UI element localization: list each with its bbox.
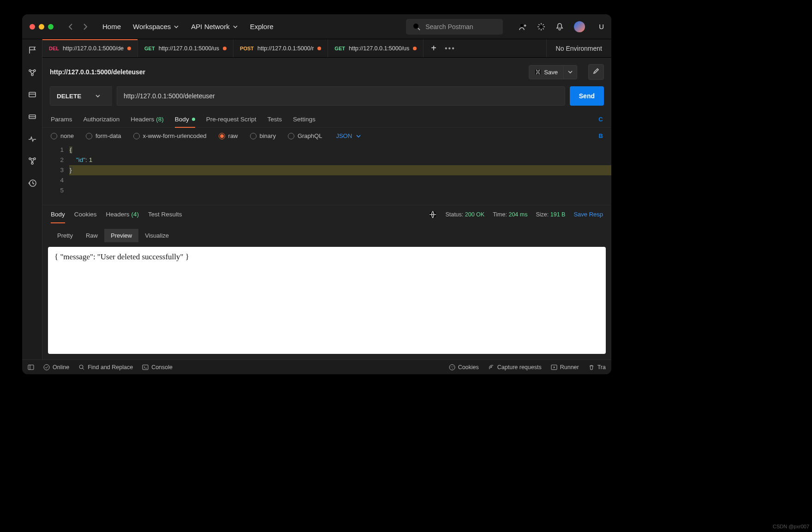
tab-method: GET <box>334 46 345 51</box>
check-circle-icon <box>43 364 50 371</box>
search-input[interactable]: Search Postman <box>406 19 503 35</box>
view-pretty[interactable]: Pretty <box>51 229 79 242</box>
status-trash[interactable]: Tra <box>588 364 606 371</box>
response-preview: { "message": "User deleted successfully"… <box>48 247 606 354</box>
svg-point-0 <box>413 24 418 29</box>
subtab-params[interactable]: Params <box>51 111 72 127</box>
subtab-authorization[interactable]: Authorization <box>84 111 120 127</box>
svg-point-5 <box>31 74 33 76</box>
chevron-down-icon <box>173 24 179 30</box>
maximize-window-icon[interactable] <box>48 24 54 30</box>
tab-4[interactable]: GET http://127.0.0.1:5000/us <box>328 39 424 57</box>
menu-home[interactable]: Home <box>102 23 121 30</box>
tabs-more-icon[interactable]: ••• <box>445 44 455 53</box>
menu-workspaces[interactable]: Workspaces <box>133 23 179 30</box>
notifications-icon[interactable] <box>555 23 564 31</box>
subtab-body[interactable]: Body <box>175 111 195 127</box>
invite-icon[interactable] <box>519 23 527 31</box>
monitors-icon[interactable] <box>28 134 37 143</box>
status-capture[interactable]: Capture requests <box>488 364 542 371</box>
share-button[interactable] <box>588 64 604 80</box>
editor-gutter: 12345 <box>42 143 69 205</box>
subtab-settings[interactable]: Settings <box>293 111 316 127</box>
response-header: Body Cookies Headers (4) Test Results St… <box>42 205 611 223</box>
console-icon <box>142 364 149 371</box>
back-icon[interactable] <box>67 23 75 30</box>
save-response-button[interactable]: Save Resp <box>573 211 603 218</box>
editor-code[interactable]: { "id": 1 } <box>69 143 611 205</box>
status-find-replace[interactable]: Find and Replace <box>78 364 133 371</box>
subtab-tests[interactable]: Tests <box>267 111 282 127</box>
tab-1[interactable]: DEL http://127.0.0.1:5000/de <box>42 39 138 57</box>
tab-3[interactable]: POST http://127.0.0.1:5000/r <box>233 39 328 57</box>
subtab-headers[interactable]: Headers (8) <box>131 111 164 127</box>
method-selector[interactable]: DELETE <box>50 86 112 106</box>
status-cookies[interactable]: Cookies <box>449 364 479 371</box>
body-editor[interactable]: 12345 { "id": 1 } <box>42 143 611 205</box>
environment-selector[interactable]: No Environment <box>546 39 611 57</box>
forward-icon[interactable] <box>81 23 89 30</box>
pencil-icon <box>592 67 600 75</box>
new-tab-button[interactable]: + <box>431 43 436 54</box>
chevron-down-icon <box>356 133 361 139</box>
mock-servers-icon[interactable] <box>28 112 37 121</box>
postman-window: Home Workspaces API Network Explore Sear… <box>22 14 611 374</box>
body-type-binary[interactable]: binary <box>250 132 276 139</box>
flows-icon[interactable] <box>28 156 37 166</box>
save-button[interactable]: Save <box>529 65 564 79</box>
menu-explore[interactable]: Explore <box>250 23 274 30</box>
chevron-down-icon <box>567 69 573 75</box>
nav-arrows <box>67 23 89 30</box>
svg-point-18 <box>449 365 455 370</box>
satellite-icon <box>488 364 495 371</box>
cookies-link[interactable]: C <box>598 116 603 123</box>
environments-icon[interactable] <box>28 90 37 99</box>
user-initial[interactable]: U <box>599 23 604 30</box>
svg-point-4 <box>34 70 36 72</box>
body-type-none[interactable]: none <box>51 132 74 139</box>
body-type-raw[interactable]: raw <box>219 132 238 139</box>
sidebar-toggle[interactable] <box>28 364 34 371</box>
body-type-urlencoded[interactable]: x-www-form-urlencoded <box>133 132 207 139</box>
body-type-graphql[interactable]: GraphQL <box>288 132 322 139</box>
size-label: Size: 191 B <box>536 211 565 218</box>
collections-icon[interactable] <box>28 46 37 55</box>
settings-icon[interactable] <box>537 23 545 31</box>
svg-point-21 <box>453 366 453 366</box>
save-dropdown[interactable] <box>564 65 577 79</box>
minimize-window-icon[interactable] <box>39 24 44 30</box>
resp-tab-headers[interactable]: Headers (4) <box>106 205 139 223</box>
apis-icon[interactable] <box>28 68 37 77</box>
svg-rect-14 <box>28 365 34 370</box>
svg-point-2 <box>540 25 543 28</box>
globe-icon[interactable] <box>429 210 437 219</box>
request-subtabs: Params Authorization Headers (8) Body Pr… <box>42 111 611 128</box>
tab-method: DEL <box>49 46 59 51</box>
body-content-type[interactable]: JSON <box>336 132 361 139</box>
svg-point-19 <box>451 366 451 367</box>
resp-tab-body[interactable]: Body <box>51 205 65 223</box>
subtab-prerequest[interactable]: Pre-request Script <box>206 111 257 127</box>
view-preview[interactable]: Preview <box>104 229 138 242</box>
beautify-link[interactable]: B <box>599 132 603 139</box>
send-button[interactable]: Send <box>570 86 604 106</box>
body-type-formdata[interactable]: form-data <box>86 132 121 139</box>
resp-tab-cookies[interactable]: Cookies <box>74 205 97 223</box>
view-visualize[interactable]: Visualize <box>138 229 175 242</box>
url-input[interactable]: http://127.0.0.1:5000/deleteuser <box>117 86 565 106</box>
time-label: Time: 204 ms <box>493 211 527 218</box>
panel-icon <box>28 364 34 371</box>
history-icon[interactable] <box>28 179 37 188</box>
close-window-icon[interactable] <box>30 24 35 30</box>
main-area: DEL http://127.0.0.1:5000/de GET http://… <box>42 39 611 359</box>
status-online[interactable]: Online <box>43 364 69 371</box>
avatar[interactable] <box>574 21 585 32</box>
request-tabs: DEL http://127.0.0.1:5000/de GET http://… <box>42 39 611 58</box>
status-runner[interactable]: Runner <box>551 364 579 371</box>
svg-point-9 <box>34 158 36 160</box>
view-raw[interactable]: Raw <box>79 229 104 242</box>
menu-api-network[interactable]: API Network <box>191 23 238 30</box>
status-console[interactable]: Console <box>142 364 173 371</box>
tab-2[interactable]: GET http://127.0.0.1:5000/us <box>138 39 233 57</box>
resp-tab-testresults[interactable]: Test Results <box>148 205 182 223</box>
